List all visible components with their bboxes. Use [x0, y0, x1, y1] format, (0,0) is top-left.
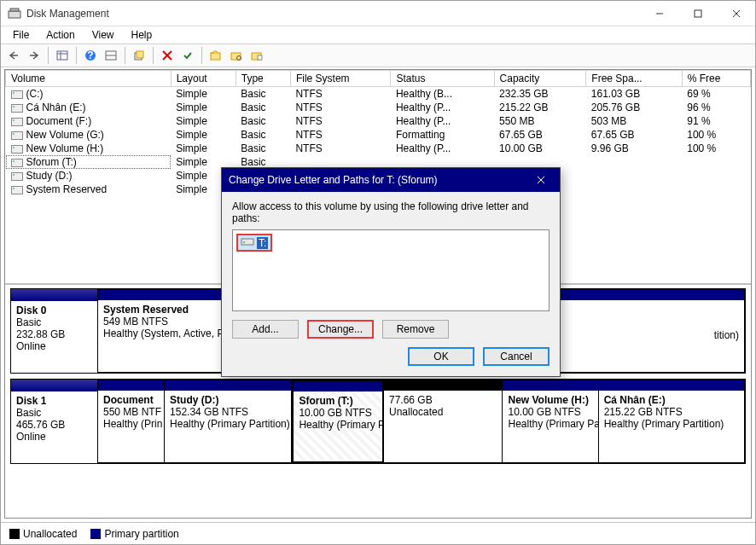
volume-icon	[11, 172, 23, 181]
menu-view[interactable]: View	[85, 27, 121, 43]
volume-icon	[11, 186, 23, 194]
volume-row[interactable]: (C:)SimpleBasicNTFSHealthy (B...232.35 G…	[6, 87, 751, 101]
column-header[interactable]: Volume	[6, 71, 172, 87]
titlebar: Disk Management	[1, 1, 755, 26]
legend-unallocated: Unallocated	[9, 528, 77, 540]
svg-rect-17	[211, 53, 220, 60]
volume-row[interactable]: Document (F:)SimpleBasicNTFSHealthy (P..…	[6, 114, 751, 128]
column-header[interactable]: Layout	[171, 71, 236, 87]
volume-icon	[11, 90, 23, 99]
volume-icon	[11, 118, 23, 126]
maximize-button[interactable]	[678, 1, 717, 26]
column-header[interactable]: File System	[290, 71, 391, 87]
close-button[interactable]	[717, 1, 755, 26]
menu-help[interactable]: Help	[125, 27, 160, 43]
svg-rect-21	[258, 55, 262, 60]
legend-primary: Primary partition	[90, 528, 178, 540]
app-window: Disk Management File Action View Help ?	[0, 0, 756, 545]
svg-rect-6	[57, 51, 67, 60]
svg-rect-1	[10, 9, 19, 11]
disk1-type: Basic	[16, 407, 92, 419]
disk0-type: Basic	[16, 316, 92, 328]
disk0-header[interactable]: Disk 0 Basic 232.88 GB Online	[11, 289, 98, 373]
partition-title: Cá Nhân (E:)	[604, 394, 739, 406]
disk0-name: Disk 0	[16, 304, 92, 316]
drive-icon	[241, 236, 254, 249]
check-icon[interactable]	[178, 46, 197, 65]
column-header[interactable]: Status	[391, 71, 494, 87]
app-icon	[8, 7, 21, 20]
partition-title: New Volume (H:)	[508, 394, 592, 406]
column-header[interactable]: Free Spa...	[586, 71, 682, 87]
dialog-hint: Allow access to this volume by using the…	[232, 200, 550, 224]
disk0-size: 232.88 GB	[16, 328, 92, 340]
add-button[interactable]: Add...	[232, 320, 299, 339]
cancel-button[interactable]: Cancel	[483, 347, 550, 366]
layout-button[interactable]	[102, 46, 120, 65]
svg-rect-14	[137, 51, 143, 58]
dialog-close-button[interactable]	[529, 168, 553, 192]
svg-rect-25	[243, 241, 245, 243]
disk1-name: Disk 1	[16, 395, 92, 407]
volume-icon	[11, 104, 23, 113]
delete-icon[interactable]	[158, 46, 177, 65]
column-header[interactable]: Capacity	[494, 71, 586, 87]
folder-action-button[interactable]	[247, 46, 266, 65]
dialog-titlebar: Change Drive Letter and Paths for T: (Sf…	[222, 168, 560, 192]
forward-button[interactable]	[25, 46, 44, 65]
remove-button[interactable]: Remove	[382, 320, 449, 339]
menu-action[interactable]: Action	[39, 27, 81, 43]
drive-letter-item[interactable]: T:	[236, 234, 272, 252]
disk0-state: Online	[16, 340, 92, 352]
change-button[interactable]: Change...	[307, 320, 374, 339]
partition[interactable]: Document550 MB NTFHealthy (Prin	[98, 380, 165, 463]
volume-icon	[11, 159, 23, 167]
volume-icon	[11, 131, 23, 140]
partition-title: Study (D:)	[170, 394, 286, 406]
svg-rect-3	[695, 10, 701, 17]
new-folder-button[interactable]	[206, 46, 225, 65]
help-icon[interactable]: ?	[81, 46, 100, 65]
unallocated-space[interactable]: 77.66 GBUnallocated	[384, 380, 503, 463]
ok-button[interactable]: OK	[408, 347, 474, 366]
properties-button[interactable]	[130, 46, 148, 65]
disk1-box: Disk 1 Basic 465.76 GB Online Document55…	[10, 379, 746, 464]
disk1-size: 465.76 GB	[16, 419, 92, 431]
volume-row[interactable]: Cá Nhân (E:)SimpleBasicNTFSHealthy (P...…	[6, 101, 751, 114]
partition-title: Document	[103, 394, 159, 406]
partition[interactable]: Sforum (T:)10.00 GB NTFSHealthy (Primary…	[292, 380, 384, 463]
drive-letter-label: T:	[257, 237, 268, 249]
svg-rect-0	[9, 11, 20, 18]
dialog-title: Change Drive Letter and Paths for T: (Sf…	[229, 174, 438, 186]
disk1-header[interactable]: Disk 1 Basic 465.76 GB Online	[11, 380, 98, 463]
menubar: File Action View Help	[1, 26, 755, 43]
column-header[interactable]: Type	[236, 71, 290, 87]
partition-title: Sforum (T:)	[299, 395, 377, 407]
partition[interactable]: Cá Nhân (E:)215.22 GB NTFSHealthy (Prima…	[599, 380, 745, 463]
minimize-button[interactable]	[640, 1, 678, 26]
column-header[interactable]: % Free	[682, 71, 750, 87]
volume-icon	[11, 145, 23, 154]
volume-row[interactable]: New Volume (H:)SimpleBasicNTFSHealthy (P…	[6, 142, 751, 155]
svg-text:?: ?	[87, 49, 93, 61]
disk1-state: Online	[16, 431, 92, 443]
back-button[interactable]	[4, 46, 23, 65]
drive-letter-list[interactable]: T:	[232, 229, 550, 311]
menu-file[interactable]: File	[6, 27, 36, 43]
volume-row[interactable]: New Volume (G:)SimpleBasicNTFSFormatting…	[6, 128, 751, 142]
view-table-button[interactable]	[53, 46, 72, 65]
partition[interactable]: New Volume (H:)10.00 GB NTFSHealthy (Pri…	[503, 380, 598, 463]
app-title: Disk Management	[26, 8, 640, 20]
partition[interactable]: Study (D:)152.34 GB NTFSHealthy (Primary…	[165, 380, 292, 463]
legend: Unallocated Primary partition	[1, 522, 755, 544]
folder-search-button[interactable]	[227, 46, 246, 65]
change-letter-dialog: Change Drive Letter and Paths for T: (Sf…	[221, 167, 561, 377]
toolbar: ?	[1, 43, 755, 67]
